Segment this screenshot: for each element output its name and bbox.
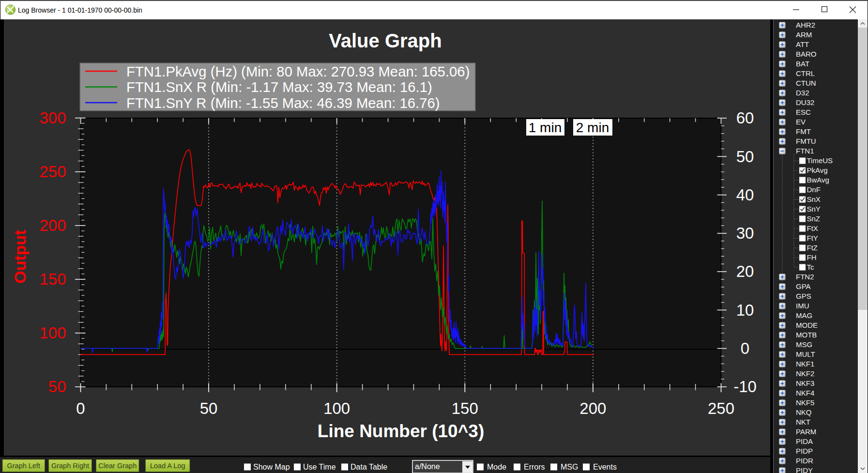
svg-text:FMT: FMT xyxy=(796,127,811,136)
svg-text:FTN2: FTN2 xyxy=(796,273,814,281)
svg-text:20: 20 xyxy=(736,262,754,280)
svg-text:150: 150 xyxy=(452,399,478,417)
svg-text:Graph Left: Graph Left xyxy=(7,462,40,470)
svg-text:Value Graph: Value Graph xyxy=(329,30,442,51)
svg-text:FTN1.SnY R (Min: -1.55 Max: 46: FTN1.SnY R (Min: -1.55 Max: 46.39 Mean: … xyxy=(126,95,440,111)
svg-text:BAT: BAT xyxy=(796,60,809,68)
svg-text:60: 60 xyxy=(736,109,754,127)
svg-text:DU32: DU32 xyxy=(796,98,814,107)
svg-text:SnY: SnY xyxy=(807,205,821,213)
svg-text:CTUN: CTUN xyxy=(796,79,816,87)
svg-text:Line Number (10^3): Line Number (10^3) xyxy=(318,421,484,441)
svg-text:50: 50 xyxy=(736,148,754,166)
svg-text:MSG: MSG xyxy=(561,463,578,471)
svg-text:300: 300 xyxy=(39,109,66,127)
svg-text:FMTU: FMTU xyxy=(796,137,816,145)
svg-text:DnF: DnF xyxy=(807,185,821,194)
svg-text:NKF4: NKF4 xyxy=(796,389,814,397)
svg-text:SnZ: SnZ xyxy=(807,214,821,223)
svg-text:10: 10 xyxy=(736,301,754,319)
svg-text:Tc: Tc xyxy=(807,263,815,271)
svg-text:PIDY: PIDY xyxy=(796,466,813,473)
svg-text:MOTB: MOTB xyxy=(796,331,817,339)
svg-text:ATT: ATT xyxy=(796,40,809,48)
svg-text:FtY: FtY xyxy=(807,234,818,242)
svg-text:250: 250 xyxy=(39,163,66,181)
svg-text:0: 0 xyxy=(76,399,85,417)
svg-text:PIDA: PIDA xyxy=(796,437,813,445)
svg-text:a/None: a/None xyxy=(415,462,440,471)
svg-text:150: 150 xyxy=(39,270,66,288)
svg-text:Errors: Errors xyxy=(524,463,545,471)
svg-text:ESC: ESC xyxy=(796,108,811,116)
svg-text:MODE: MODE xyxy=(796,321,818,329)
svg-text:GPS: GPS xyxy=(796,292,811,300)
svg-text:GPA: GPA xyxy=(796,282,811,290)
svg-text:100: 100 xyxy=(323,399,350,417)
svg-text:NKF1: NKF1 xyxy=(796,360,814,368)
svg-text:FtX: FtX xyxy=(807,224,818,232)
svg-text:AHR2: AHR2 xyxy=(796,21,815,29)
svg-text:IMU: IMU xyxy=(796,302,809,310)
svg-text:Log Browser - 1 01-01-1970 00-: Log Browser - 1 01-01-1970 00-00-00.bin xyxy=(18,6,142,14)
svg-text:Load A Log: Load A Log xyxy=(150,462,185,470)
svg-text:MULT: MULT xyxy=(796,350,815,358)
svg-text:30: 30 xyxy=(736,224,754,242)
svg-text:MAG: MAG xyxy=(796,311,812,320)
svg-text:200: 200 xyxy=(39,216,66,234)
svg-text:D32: D32 xyxy=(796,89,809,97)
svg-text:FtZ: FtZ xyxy=(807,244,818,252)
svg-text:NKF2: NKF2 xyxy=(796,369,814,378)
svg-text:Mode: Mode xyxy=(487,463,506,471)
svg-text:TimeUS: TimeUS xyxy=(807,156,833,165)
svg-text:PIDR: PIDR xyxy=(796,457,813,465)
svg-text:50: 50 xyxy=(200,399,218,417)
svg-text:50: 50 xyxy=(48,378,66,396)
svg-text:Clear Graph: Clear Graph xyxy=(98,462,137,470)
svg-text:BARO: BARO xyxy=(796,50,817,58)
svg-text:2 min: 2 min xyxy=(576,120,609,135)
svg-text:Show Map: Show Map xyxy=(253,463,290,471)
svg-text:NKF3: NKF3 xyxy=(796,379,814,387)
svg-text:1 min: 1 min xyxy=(529,120,562,135)
svg-text:CTRL: CTRL xyxy=(796,69,815,77)
svg-text:NKF5: NKF5 xyxy=(796,398,814,407)
svg-text:EV: EV xyxy=(796,118,806,126)
svg-text:PkAvg: PkAvg xyxy=(807,166,828,174)
svg-text:Use Time: Use Time xyxy=(303,463,336,471)
svg-text:FH: FH xyxy=(807,253,817,261)
svg-text:NKQ: NKQ xyxy=(796,408,812,416)
svg-text:FTN1.SnX R (Min: -1.17 Max: 39: FTN1.SnX R (Min: -1.17 Max: 39.73 Mean: … xyxy=(126,79,432,95)
svg-text:Output: Output xyxy=(11,229,29,283)
svg-text:FTN1: FTN1 xyxy=(796,147,814,155)
svg-text:SnX: SnX xyxy=(807,195,821,203)
svg-text:Data Table: Data Table xyxy=(350,463,387,471)
svg-text:100: 100 xyxy=(39,324,66,342)
svg-text:NKT: NKT xyxy=(796,418,810,426)
svg-text:Events: Events xyxy=(593,463,617,471)
svg-text:PIDP: PIDP xyxy=(796,447,813,455)
svg-text:ARM: ARM xyxy=(796,31,812,39)
svg-text:200: 200 xyxy=(579,399,606,417)
svg-text:Graph Right: Graph Right xyxy=(51,462,89,470)
svg-text:-10: -10 xyxy=(733,378,757,396)
svg-text:0: 0 xyxy=(741,339,749,357)
svg-text:FTN1.PkAvg (Hz) (Min: 80 Max:: FTN1.PkAvg (Hz) (Min: 80 Max: 270.93 Mea… xyxy=(126,63,470,79)
svg-text:BwAvg: BwAvg xyxy=(807,176,829,184)
svg-text:PARM: PARM xyxy=(796,427,816,436)
svg-text:40: 40 xyxy=(736,186,754,204)
svg-text:250: 250 xyxy=(708,399,734,417)
svg-text:MSG: MSG xyxy=(796,340,812,349)
